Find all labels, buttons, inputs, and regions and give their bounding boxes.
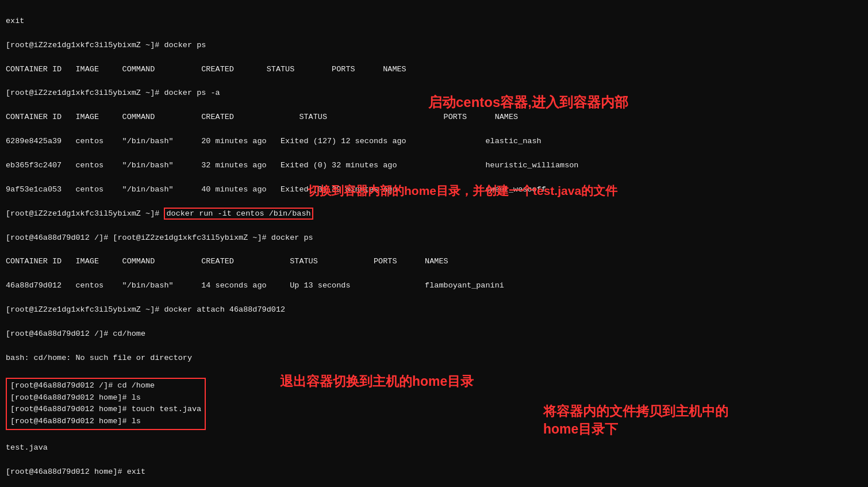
line-container-up: 46a88d79d012 centos "/bin/bash" 14 secon… [6,280,862,292]
annotation-2: 切换到容器内部的home目录，并创建一个test.java的文件 [308,183,617,199]
line-exit-top: exit [6,16,862,28]
line-bash-error: bash: cd/home: No such file or directory [6,352,862,365]
line-container-2: eb365f3c2407 centos "/bin/bash" 32 minut… [6,160,862,172]
line-test-java: test.java [6,442,862,454]
terminal-window: exit [root@iZ2ze1dg1xkfc3il5ybixmZ ~]# d… [0,0,868,487]
line-container-1: 6289e8425a39 centos "/bin/bash" 20 minut… [6,136,862,148]
line-header-2: CONTAINER ID IMAGE COMMAND CREATED STATU… [6,112,862,124]
annotation-1: 启动centos容器,进入到容器内部 [428,93,628,112]
line-container-prompt: [root@46a88d79d012 /]# [root@iZ2ze1dg1xk… [6,232,862,244]
annotation-4: 将容器内的文件拷贝到主机中的 home目录下 [543,402,728,438]
line-header-3: CONTAINER ID IMAGE COMMAND CREATED STATU… [6,256,862,268]
line-docker-ps-1: [root@iZ2ze1dg1xkfc3il5ybixmZ ~]# docker… [6,40,862,52]
line-header-1: CONTAINER ID IMAGE COMMAND CREATED STATU… [6,64,862,76]
line-exit-container: [root@46a88d79d012 home]# exit [6,466,862,478]
line-cd-home-err: [root@46a88d79d012 /]# cd/home [6,328,862,340]
annotation-3: 退出容器切换到主机的home目录 [280,373,474,390]
line-docker-run: [root@iZ2ze1dg1xkfc3il5ybixmZ ~]# docker… [6,208,862,220]
line-docker-attach: [root@iZ2ze1dg1xkfc3il5ybixmZ ~]# docker… [6,304,862,316]
